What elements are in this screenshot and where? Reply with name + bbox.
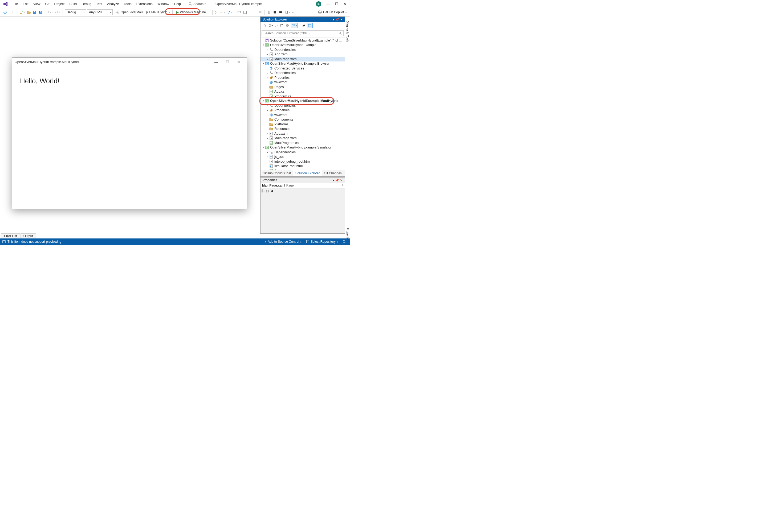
home-button[interactable] <box>262 23 267 28</box>
device-preview-1[interactable] <box>266 10 272 15</box>
properties-button[interactable] <box>301 23 306 28</box>
close-button[interactable]: ✕ <box>343 2 347 6</box>
minimize-button[interactable]: — <box>326 2 330 6</box>
start-without-debug-button[interactable]: ▷ <box>214 10 218 15</box>
tree-node[interactable]: wwwroot <box>261 113 345 117</box>
undo-button[interactable]: ▾ <box>46 10 54 15</box>
select-repository-button[interactable]: Select Repository▴ <box>304 240 340 243</box>
panel-close-icon[interactable]: ✕ <box>340 18 342 21</box>
panel-dropdown-icon[interactable]: ▾ <box>333 18 334 21</box>
menu-git[interactable]: Git <box>43 1 52 7</box>
props-dropdown-icon[interactable]: ▾ <box>333 179 334 182</box>
save-button[interactable] <box>32 10 37 15</box>
tree-node[interactable]: ▸Dependencies <box>261 103 345 108</box>
tree-node[interactable]: ▸App.xaml <box>261 131 345 136</box>
add-source-control-button[interactable]: ↑Add to Source Control▴ <box>263 240 304 244</box>
github-copilot-button[interactable]: GitHub Copilot ₌ <box>316 10 348 14</box>
expand-icon[interactable]: ▾ <box>262 62 265 65</box>
tab-solution-explorer[interactable]: Solution Explorer <box>293 170 322 176</box>
sync-button[interactable] <box>279 23 284 28</box>
show-all-files-button[interactable]: ▾ <box>291 23 298 28</box>
props-wrench-button[interactable] <box>270 189 274 194</box>
maximize-button[interactable]: ☐ <box>335 2 338 6</box>
tree-node[interactable]: ▸Dependencies <box>261 47 345 52</box>
alphabetical-button[interactable]: AZ <box>266 189 269 194</box>
expand-icon[interactable]: ▸ <box>266 77 269 79</box>
notifications-button[interactable] <box>340 240 348 243</box>
menu-view[interactable]: View <box>31 1 43 7</box>
tree-node[interactable]: Solution 'OpenSilverMauiHybridExample' (… <box>261 38 345 43</box>
tree-node[interactable]: C#MauiProgram.cs <box>261 140 345 145</box>
tree-node[interactable]: C#App.cs <box>261 89 345 94</box>
tree-node[interactable]: ▸C#Startup.cs <box>261 169 345 170</box>
device-preview-2[interactable] <box>272 10 278 15</box>
save-all-button[interactable] <box>37 10 43 15</box>
tree-node[interactable]: ▸Properties <box>261 75 345 80</box>
expand-icon[interactable]: ▸ <box>266 53 269 56</box>
tree-node[interactable]: ▾C#OpenSilverMauiHybridExample <box>261 43 345 48</box>
redo-button[interactable]: ▾ <box>54 10 61 15</box>
properties-object-row[interactable]: MainPage.xamlPage ▾ <box>261 183 345 188</box>
expand-icon[interactable]: ▾ <box>262 99 265 102</box>
collapse-all-button[interactable] <box>285 23 290 28</box>
props-close-icon[interactable]: ✕ <box>340 179 342 182</box>
app-maximize-button[interactable]: ☐ <box>222 60 233 64</box>
menu-window[interactable]: Window <box>155 1 172 7</box>
menu-tools[interactable]: Tools <box>121 1 134 7</box>
search-box[interactable]: Search ▾ <box>187 2 208 6</box>
menu-file[interactable]: File <box>10 1 20 7</box>
output-tab[interactable]: Output <box>21 234 36 239</box>
overflow-button[interactable]: ⋮ <box>250 10 254 14</box>
expand-icon[interactable]: ▸ <box>266 155 269 158</box>
platform-combo[interactable]: Any CPU <box>87 9 113 15</box>
menu-analyze[interactable]: Analyze <box>105 1 121 7</box>
menu-help[interactable]: Help <box>172 1 183 7</box>
app-close-button[interactable]: ✕ <box>233 60 244 64</box>
expand-icon[interactable]: ▸ <box>266 58 269 60</box>
tree-node[interactable]: ▾C#OpenSilverMauiHybridExample.Simulator <box>261 145 345 150</box>
menu-debug[interactable]: Debug <box>79 1 94 7</box>
layout-button[interactable]: ▾ <box>242 10 250 15</box>
tree-node[interactable]: simulator_root.html <box>261 164 345 169</box>
tree-node[interactable]: interop_debug_root.html <box>261 159 345 164</box>
expand-icon[interactable]: ▸ <box>266 151 269 154</box>
align-button[interactable] <box>257 10 263 15</box>
start-debug-button[interactable]: ▶ Windows Machine ▾ <box>174 10 211 15</box>
open-file-button[interactable] <box>26 10 32 15</box>
tree-node[interactable]: Pages <box>261 84 345 89</box>
tree-node[interactable]: Resources <box>261 127 345 132</box>
tree-node[interactable]: C#Program.cs <box>261 94 345 99</box>
browser-link-button[interactable] <box>236 10 242 15</box>
solution-search-input[interactable] <box>262 30 344 36</box>
menu-build[interactable]: Build <box>67 1 79 7</box>
expand-icon[interactable]: ▸ <box>266 132 269 135</box>
toolbar-overflow[interactable]: ₌ <box>291 10 295 14</box>
refresh-button[interactable]: ▾ <box>226 10 233 15</box>
tree-node[interactable]: ▾C#OpenSilverMauiHybridExample.MauiHybri… <box>261 99 345 104</box>
expand-icon[interactable]: ▸ <box>266 137 269 139</box>
tree-node[interactable]: wwwroot <box>261 80 345 85</box>
tree-node[interactable]: ▸Dependencies <box>261 71 345 76</box>
startup-project-button[interactable]: OpenSilverMaui...ple.MauiHybrid▾ <box>114 10 171 15</box>
pin-icon[interactable]: 📌 <box>335 18 339 21</box>
solution-tree[interactable]: Solution 'OpenSilverMauiHybridExample' (… <box>261 37 345 170</box>
expand-icon[interactable]: ▾ <box>262 146 265 149</box>
pending-changes-filter[interactable]: ⇄ <box>274 23 279 28</box>
expand-icon[interactable]: ▸ <box>266 104 269 107</box>
switch-views-button[interactable]: ▾ <box>267 23 274 28</box>
tab-git-changes[interactable]: Git Changes <box>322 170 344 176</box>
menu-test[interactable]: Test <box>94 1 105 7</box>
nav-forward-button[interactable] <box>10 10 16 15</box>
preview-selected-button[interactable] <box>307 23 313 28</box>
tree-node[interactable]: ▸Dependencies <box>261 150 345 155</box>
expand-icon[interactable]: ▸ <box>266 72 269 74</box>
diagnostic-tools-tab[interactable]: Diagnostic Tools <box>345 19 350 44</box>
expand-icon[interactable]: ▸ <box>266 170 269 170</box>
tree-node[interactable]: Components <box>261 117 345 122</box>
menu-edit[interactable]: Edit <box>20 1 31 7</box>
tree-node[interactable]: ▸App.xaml <box>261 52 345 57</box>
configuration-combo[interactable]: Debug <box>65 9 86 15</box>
device-preview-3[interactable] <box>278 10 284 15</box>
tree-node[interactable]: ▸js_css <box>261 155 345 159</box>
tree-node[interactable]: Platforms <box>261 122 345 127</box>
